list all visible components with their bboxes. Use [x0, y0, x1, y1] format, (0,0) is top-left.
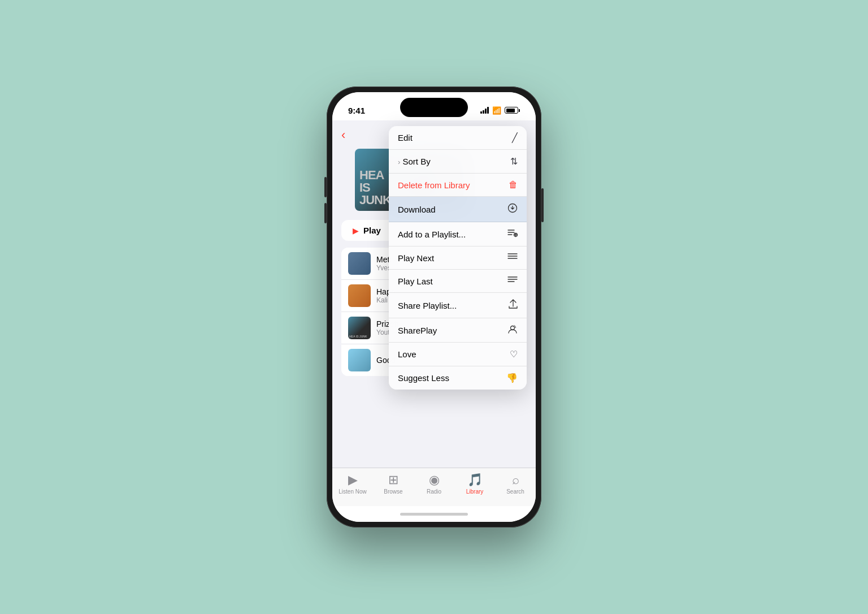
menu-download-icon	[507, 203, 518, 215]
menu-delete-label: Delete from Library	[398, 180, 470, 190]
menu-item-love[interactable]: Love ♡	[389, 343, 527, 366]
phone-screen: 9:41 📶	[332, 92, 536, 522]
menu-suggest-less-label: Suggest Less	[398, 373, 449, 383]
menu-download-label: Download	[398, 205, 436, 214]
menu-shareplay-label: SharePlay	[398, 326, 437, 335]
menu-love-label: Love	[398, 349, 416, 359]
menu-item-share-playlist[interactable]: Share Playlist...	[389, 293, 527, 318]
menu-share-playlist-icon	[509, 299, 518, 312]
menu-add-playlist-label: Add to a Playlist...	[398, 230, 466, 239]
menu-play-last-label: Play Last	[398, 276, 433, 286]
menu-item-play-next[interactable]: Play Next	[389, 247, 527, 270]
menu-share-playlist-label: Share Playlist...	[398, 301, 457, 310]
menu-item-suggest-less[interactable]: Suggest Less 👎	[389, 366, 527, 390]
menu-item-shareplay[interactable]: SharePlay	[389, 318, 527, 343]
menu-shareplay-icon	[507, 325, 518, 336]
menu-add-playlist-icon	[507, 228, 518, 240]
menu-edit-label: Edit	[398, 133, 413, 142]
phone-device: 9:41 📶	[327, 87, 541, 527]
volume-up-button	[324, 177, 327, 197]
context-menu-overlay: Edit ╱ › Sort By ⇅ Delete from Library 🗑…	[332, 92, 536, 522]
menu-item-add-playlist[interactable]: Add to a Playlist...	[389, 222, 527, 247]
menu-edit-icon: ╱	[512, 132, 518, 143]
context-menu: Edit ╱ › Sort By ⇅ Delete from Library 🗑…	[389, 126, 527, 390]
menu-item-download[interactable]: Download	[389, 197, 527, 222]
menu-item-sort-by[interactable]: › Sort By ⇅	[389, 150, 527, 174]
menu-play-next-icon	[507, 253, 518, 263]
menu-delete-icon: 🗑	[509, 180, 518, 190]
side-button	[541, 188, 544, 222]
volume-down-button	[324, 203, 327, 223]
menu-item-delete[interactable]: Delete from Library 🗑	[389, 174, 527, 197]
menu-suggest-less-icon: 👎	[506, 373, 518, 383]
menu-item-edit[interactable]: Edit ╱	[389, 126, 527, 150]
menu-sort-label: › Sort By	[398, 157, 431, 166]
menu-love-icon: ♡	[510, 349, 518, 360]
menu-sort-icon: ⇅	[510, 156, 518, 167]
menu-play-last-icon	[507, 276, 518, 286]
menu-play-next-label: Play Next	[398, 253, 434, 263]
menu-item-play-last[interactable]: Play Last	[389, 270, 527, 293]
